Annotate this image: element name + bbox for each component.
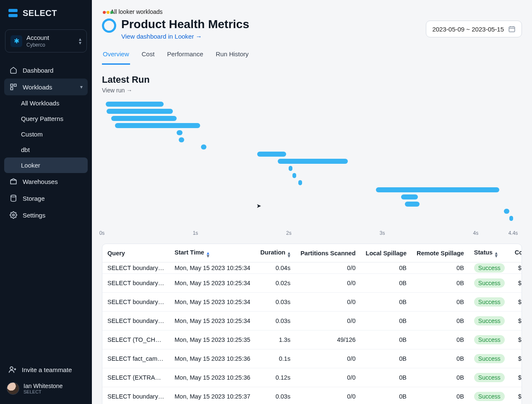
gantt-bar[interactable] [179,137,184,142]
brand-logo[interactable]: SELECT [4,8,88,18]
gantt-bar[interactable] [401,194,418,199]
table-row[interactable]: SELECT fact_camp...Mon, May 15 2023 10:2… [102,349,522,368]
breadcrumb-label: All looker workloads [110,8,163,15]
nav-label: All Workloads [21,100,59,107]
gantt-bar[interactable] [376,187,499,192]
tab-performance[interactable]: Performance [166,48,204,65]
nav: Dashboard Workloads ▾ All Workloads Quer… [4,62,88,223]
account-org: Cyberco [26,42,75,48]
table-row[interactable]: SELECT boundary ...Mon, May 15 2023 10:2… [102,293,522,312]
cell-start: Mon, May 15 2023 10:25:34 [170,293,256,312]
svg-point-8 [10,367,13,370]
nav-label: Looker [21,162,40,169]
col-start-time[interactable]: Start Time▴▾ [170,244,256,262]
nav-dashboard[interactable]: Dashboard [4,62,88,79]
view-in-looker-link[interactable]: View dashboard in Looker → [121,33,202,40]
cell-duration: 0.02s [256,274,296,293]
looker-dots-icon [103,11,113,14]
cell-status: Success [469,293,510,312]
gantt-bar[interactable] [115,123,200,128]
gantt-bar[interactable] [257,152,286,157]
gantt-bar[interactable] [292,173,296,178]
gantt-bar[interactable] [177,130,182,135]
nav-label: Warehouses [23,178,58,185]
table-row[interactable]: SELECT boundary ...Mon, May 15 2023 10:2… [102,274,522,293]
cursor-icon: ➤ [256,202,261,209]
svg-rect-1 [8,14,18,17]
gantt-bar[interactable] [504,209,509,214]
table-header-row: Query Start Time▴▾ Duration▴▾ Partitions… [102,244,522,262]
cell-cost: $0.00 [510,274,522,293]
table-row[interactable]: SELECT (EXTRACT(...Mon, May 15 2023 10:2… [102,368,522,387]
cell-query: SELECT fact_camp... [102,349,170,368]
nav-custom[interactable]: Custom [4,126,88,142]
gantt-bar[interactable] [405,202,420,207]
nav-storage[interactable]: Storage [4,190,88,207]
nav-looker[interactable]: Looker [4,157,88,173]
svg-rect-0 [8,9,18,12]
gantt-bar[interactable] [278,159,348,164]
view-run-text: View run [102,87,125,94]
nav-label: Dashboard [23,67,53,74]
col-remote-spillage[interactable]: Remote Spillage [412,244,469,262]
cell-start: Mon, May 15 2023 10:25:36 [170,368,256,387]
gantt-bar[interactable] [298,180,302,185]
arrow-right-icon: → [196,33,202,40]
date-range-picker[interactable]: 2023-05-09 ~ 2023-05-15 [426,21,522,37]
nav-workloads[interactable]: Workloads ▾ [4,79,88,95]
table-row[interactable]: SELECT boundary ...Mon, May 15 2023 10:2… [102,262,522,274]
cell-query: SELECT boundary ... [102,387,170,404]
cell-cost: $0.00 [510,312,522,331]
col-duration[interactable]: Duration▴▾ [256,244,296,262]
account-switcher[interactable]: ✱ Account Cyberco ▴▾ [5,29,87,52]
cell-duration: 0.03s [256,312,296,331]
gantt-bar[interactable] [201,144,206,150]
nav-dbt[interactable]: dbt [4,142,88,157]
cell-remote: 0B [412,349,469,368]
nav-warehouses[interactable]: Warehouses [4,173,88,190]
tab-run-history[interactable]: Run History [215,48,249,65]
cell-query: SELECT (TO_CHAR(... [102,331,170,349]
nav-settings[interactable]: Settings [4,207,88,223]
col-query[interactable]: Query [102,244,170,262]
breadcrumb[interactable]: ← All looker workloads [102,8,522,15]
cell-start: Mon, May 15 2023 10:25:34 [170,312,256,331]
table-row[interactable]: SELECT boundary ...Mon, May 15 2023 10:2… [102,387,522,404]
tab-cost[interactable]: Cost [141,48,156,65]
cell-cost: $0.00 [510,368,522,387]
cell-status: Success [469,349,510,368]
table-row[interactable]: SELECT (TO_CHAR(...Mon, May 15 2023 10:2… [102,331,522,349]
col-partitions[interactable]: Partitions Scanned [295,244,360,262]
cell-local: 0B [361,312,412,331]
cell-cost: $0.00 [510,387,522,404]
cell-duration: 0.12s [256,368,296,387]
account-label: Account [26,34,75,41]
cell-remote: 0B [412,293,469,312]
svg-point-6 [11,195,16,197]
gantt-tick: 1s [193,230,198,236]
gantt-bar[interactable] [111,116,177,121]
invite-teammate[interactable]: Invite a teammate [4,361,88,378]
gantt-bar[interactable] [289,166,292,171]
sublink-text: View dashboard in Looker [121,33,194,40]
tab-overview[interactable]: Overview [102,48,130,65]
gantt-bar[interactable] [107,109,173,114]
current-user[interactable]: Ian Whitestone SELECT [4,378,88,399]
status-badge: Success [474,354,505,363]
gantt-bar[interactable] [106,102,164,107]
brand-mark-icon [8,8,18,18]
cell-partitions: 0/0 [295,387,360,404]
nav-all-workloads[interactable]: All Workloads [4,95,88,111]
col-cost[interactable]: Cost▴▾ [510,244,522,262]
svg-rect-3 [14,84,16,86]
col-status[interactable]: Status▴▾ [469,244,510,262]
cell-start: Mon, May 15 2023 10:25:36 [170,349,256,368]
user-plus-icon [8,365,17,374]
nav-query-patterns[interactable]: Query Patterns [4,111,88,126]
col-local-spillage[interactable]: Local Spillage [361,244,412,262]
table-row[interactable]: SELECT boundary ...Mon, May 15 2023 10:2… [102,312,522,331]
gantt-bar[interactable] [509,216,513,221]
cell-local: 0B [361,387,412,404]
gantt-tick: 4.4s [509,230,518,236]
view-run-link[interactable]: View run → [102,87,132,94]
